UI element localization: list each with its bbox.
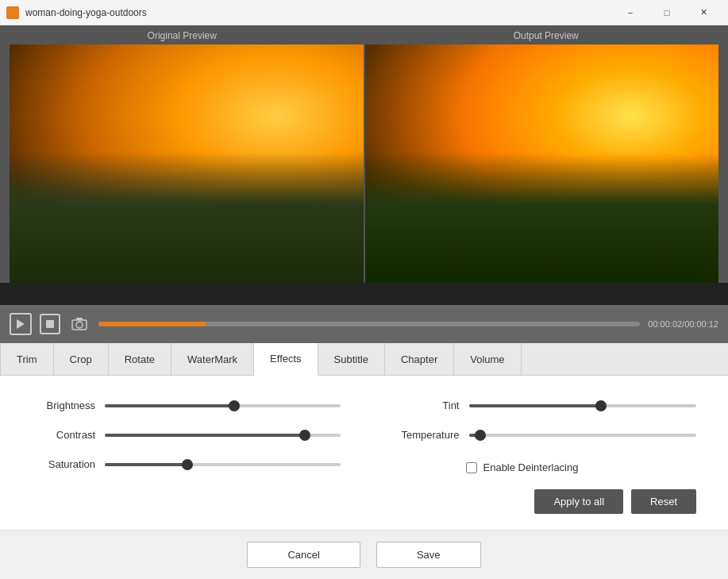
original-preview-label: Original Preview: [0, 30, 364, 41]
black-bar: [0, 283, 728, 305]
tab-bar: Trim Crop Rotate WaterMark Effects Subti…: [0, 343, 728, 376]
temperature-label: Temperature: [388, 429, 460, 441]
tab-rotate[interactable]: Rotate: [109, 343, 171, 375]
contrast-slider[interactable]: [105, 434, 341, 437]
window-title: woman-doing-yoga-outdoors: [25, 7, 612, 18]
tab-crop[interactable]: Crop: [54, 343, 109, 375]
window-controls: − □ ✕: [612, 0, 722, 25]
tint-thumb[interactable]: [595, 400, 607, 411]
play-icon: [17, 319, 25, 329]
reset-button[interactable]: Reset: [631, 489, 696, 514]
svg-marker-0: [17, 319, 25, 329]
progress-bar[interactable]: [98, 322, 640, 326]
sliders-area: Brightness Contrast Saturation: [32, 400, 696, 473]
action-buttons-row: Apply to all Reset: [32, 489, 696, 514]
time-display: 00:00:02/00:00:12: [648, 319, 718, 329]
original-preview-panel: [10, 44, 364, 283]
preview-panels: [0, 44, 728, 283]
stop-icon: [46, 320, 54, 328]
tab-subtitle[interactable]: Subtitle: [318, 343, 385, 375]
saturation-thumb[interactable]: [182, 459, 193, 470]
tint-slider[interactable]: [469, 404, 697, 407]
app-icon: [6, 6, 19, 19]
temperature-slider[interactable]: [469, 434, 697, 437]
original-video-scene: [10, 44, 364, 283]
output-preview-panel: [365, 44, 719, 283]
maximize-button[interactable]: □: [649, 0, 685, 25]
deinterlacing-checkbox[interactable]: [466, 462, 477, 473]
contrast-label: Contrast: [32, 429, 95, 441]
minimize-button[interactable]: −: [612, 0, 649, 25]
camera-icon: [71, 318, 87, 330]
tint-fill: [469, 404, 601, 407]
effects-panel: Brightness Contrast Saturation: [0, 376, 728, 530]
output-video-scene: [365, 44, 719, 283]
saturation-slider[interactable]: [105, 463, 341, 466]
play-button[interactable]: [10, 313, 32, 335]
contrast-fill: [105, 434, 305, 437]
brightness-slider[interactable]: [105, 404, 341, 407]
deinterlacing-label: Enable Deinterlacing: [483, 461, 579, 473]
tint-label: Tint: [388, 400, 460, 411]
brightness-row: Brightness: [32, 400, 341, 411]
brightness-thumb[interactable]: [229, 400, 240, 411]
deinterlacing-row: Enable Deinterlacing: [388, 461, 697, 473]
temperature-thumb[interactable]: [475, 430, 486, 441]
progress-fill: [98, 322, 206, 326]
apply-to-all-button[interactable]: Apply to all: [534, 489, 623, 514]
saturation-row: Saturation: [32, 458, 341, 470]
tint-row: Tint: [388, 400, 697, 411]
save-button[interactable]: Save: [376, 542, 481, 568]
right-slider-group: Tint Temperature Enable Deinterlacing: [388, 400, 697, 473]
svg-point-2: [76, 322, 83, 328]
temperature-row: Temperature: [388, 429, 697, 441]
tab-watermark[interactable]: WaterMark: [171, 343, 254, 375]
saturation-label: Saturation: [32, 458, 95, 470]
contrast-thumb[interactable]: [299, 430, 310, 441]
cancel-button[interactable]: Cancel: [247, 542, 360, 568]
left-slider-group: Brightness Contrast Saturation: [32, 400, 341, 473]
saturation-fill: [105, 463, 187, 466]
preview-labels: Original Preview Output Preview: [0, 25, 728, 44]
brightness-fill: [105, 404, 234, 407]
tab-trim[interactable]: Trim: [0, 343, 54, 375]
stop-button[interactable]: [40, 314, 60, 334]
svg-rect-3: [76, 318, 83, 320]
video-area: Original Preview Output Preview: [0, 25, 728, 305]
brightness-label: Brightness: [32, 400, 95, 411]
output-preview-label: Output Preview: [364, 30, 729, 41]
tab-volume[interactable]: Volume: [454, 343, 521, 375]
tab-effects[interactable]: Effects: [254, 343, 318, 376]
title-bar: woman-doing-yoga-outdoors − □ ✕: [0, 0, 728, 25]
tab-chapter[interactable]: Chapter: [385, 343, 454, 375]
contrast-row: Contrast: [32, 429, 341, 441]
snapshot-button[interactable]: [68, 313, 91, 335]
playback-bar: 00:00:02/00:00:12: [0, 305, 728, 343]
bottom-bar: Cancel Save: [0, 530, 728, 579]
close-button[interactable]: ✕: [685, 0, 722, 25]
